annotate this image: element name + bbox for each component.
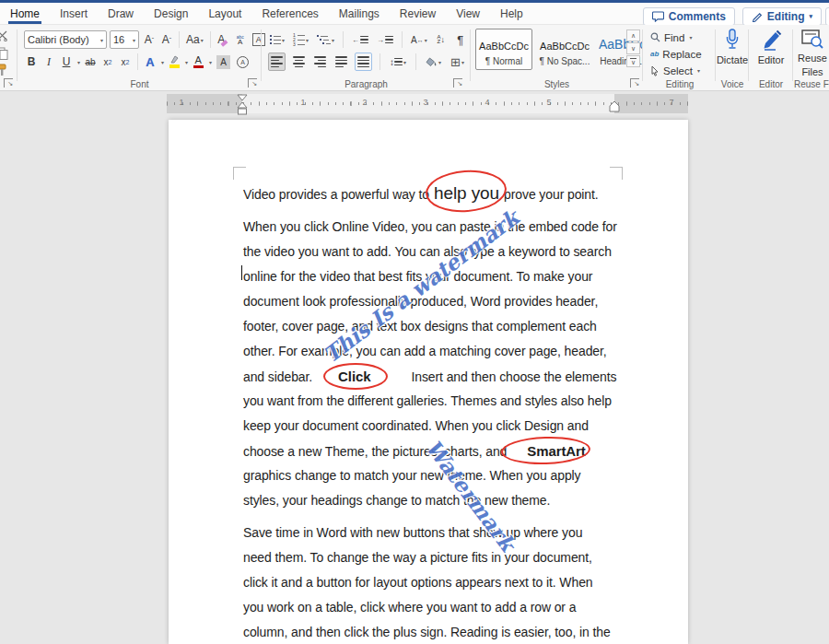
tab-view[interactable]: View	[446, 3, 490, 24]
font-color-bar	[193, 65, 204, 68]
asian-layout-button[interactable]: A↔▾	[409, 30, 429, 49]
editor-group-label: Editor	[750, 79, 792, 89]
replace-button[interactable]: ab Replace	[650, 46, 702, 62]
strikethrough-button[interactable]: ab	[83, 53, 98, 71]
highlight-color-bar	[169, 64, 180, 68]
comments-label: Comments	[669, 10, 726, 23]
tab-draw[interactable]: Draw	[98, 3, 144, 24]
font-group-label: Font	[18, 79, 261, 89]
voice-group: Dictate Voice	[717, 25, 748, 91]
align-right-button[interactable]	[312, 53, 328, 71]
chevron-down-icon: ▾	[332, 37, 334, 43]
tab-references[interactable]: References	[251, 3, 328, 24]
borders-button[interactable]: ⊞▾	[449, 53, 466, 71]
styles-scroll-up-button[interactable]: ∧	[626, 29, 640, 41]
red-circle-annotation-help-you	[425, 168, 508, 215]
find-button[interactable]: Find ▾	[650, 29, 702, 45]
shading-button[interactable]: ▾	[424, 53, 443, 71]
chevron-down-icon: ▾	[306, 37, 309, 43]
show-paragraph-marks-button[interactable]: ¶	[453, 30, 468, 49]
superscript-button[interactable]: x2	[118, 53, 133, 71]
tab-layout[interactable]: Layout	[198, 3, 251, 24]
chevron-down-icon[interactable]: ▾	[77, 59, 80, 65]
select-button[interactable]: Select ▾	[650, 63, 702, 78]
numbered-list-button[interactable]: 123 ▾	[291, 30, 310, 49]
document-page[interactable]: Video provides a powerful way to help yo…	[169, 120, 688, 644]
align-center-button[interactable]	[291, 53, 307, 71]
horizontal-ruler[interactable]: 1 1 2 3 4 5 7	[167, 94, 688, 113]
styles-group-label: Styles	[472, 79, 642, 89]
indent-markers[interactable]	[237, 94, 248, 118]
decrease-indent-button[interactable]: ←	[350, 30, 370, 49]
right-indent-marker[interactable]	[609, 100, 620, 113]
cut-icon[interactable]	[0, 30, 9, 41]
replace-icon: ab	[650, 50, 659, 58]
doc-line: the video you want to add. You can also …	[243, 240, 612, 264]
styles-gallery-more-button[interactable]: ∨	[626, 55, 640, 67]
doc-line: When you click Online Video, you can pas…	[243, 215, 617, 240]
change-case-button[interactable]: Aa▾	[184, 30, 205, 49]
clipboard-group: ↘	[0, 25, 17, 91]
grow-font-button[interactable]: Aˆ	[142, 30, 157, 49]
text-boundary-mark-topleft	[233, 167, 246, 180]
shrink-font-button[interactable]: Aˇ	[159, 30, 174, 49]
text-highlight-button[interactable]	[167, 53, 181, 71]
italic-button[interactable]: I	[41, 53, 56, 71]
group-divider	[748, 29, 749, 81]
chevron-down-icon[interactable]: ▾	[161, 59, 164, 65]
subscript-button[interactable]: x2	[100, 53, 115, 71]
justify-button[interactable]	[333, 53, 349, 71]
distribute-button[interactable]	[355, 53, 372, 71]
divider	[402, 31, 403, 48]
chevron-down-icon[interactable]: ▾	[185, 59, 188, 65]
style-card-normal[interactable]: AaBbCcDc ¶ Normal	[475, 29, 532, 70]
highlighter-pen-icon	[169, 55, 180, 64]
format-painter-icon[interactable]	[0, 64, 8, 76]
bullet-list-button[interactable]: ▾	[268, 30, 286, 49]
increase-indent-button[interactable]: →	[375, 30, 395, 49]
tab-home[interactable]: Home	[0, 3, 50, 24]
phonetic-guide-button[interactable]: abcA	[233, 30, 248, 49]
underline-button[interactable]: U	[59, 53, 74, 71]
font-size-combo[interactable]: 16 ▾	[110, 30, 139, 49]
align-left-button[interactable]	[268, 53, 286, 71]
copy-icon[interactable]	[0, 47, 8, 60]
tab-review[interactable]: Review	[390, 3, 446, 24]
sort-button[interactable]: AZ↓	[434, 30, 449, 49]
character-shading-button[interactable]: A	[215, 53, 232, 71]
editing-mode-button[interactable]: Editing ▾	[742, 7, 822, 26]
chevron-down-icon[interactable]: ▾	[209, 59, 212, 65]
editor-button[interactable]: Editor	[750, 29, 792, 66]
clipboard-dialog-launcher-icon[interactable]: ↘	[4, 78, 13, 88]
comments-button[interactable]: Comments	[643, 7, 735, 26]
line-spacing-button[interactable]: ↕▾	[388, 53, 408, 71]
tab-design[interactable]: Design	[144, 3, 198, 24]
ruler-number: 1	[179, 98, 183, 107]
paint-bucket-icon	[426, 57, 438, 67]
editing-label: Editing	[767, 10, 805, 23]
bold-button[interactable]: B	[24, 53, 39, 71]
editor-pencil-icon	[760, 29, 782, 53]
styles-scroll-down-button[interactable]: ∨	[626, 42, 640, 54]
chevron-down-icon: ▾	[461, 59, 464, 65]
dictate-button[interactable]: Dictate	[717, 29, 748, 66]
tab-help[interactable]: Help	[490, 3, 533, 24]
style-card-no-spacing[interactable]: AaBbCcDc ¶ No Spac...	[536, 29, 593, 70]
reuse-files-button[interactable]: Reuse Files	[794, 29, 829, 78]
paragraph-group-label: Paragraph	[263, 79, 470, 89]
text-effects-button[interactable]: A	[143, 53, 158, 71]
tab-mailings[interactable]: Mailings	[329, 3, 390, 24]
ruler-number: 1	[300, 98, 305, 107]
chevron-down-icon: ▾	[697, 67, 700, 74]
clear-formatting-button[interactable]: A	[216, 30, 230, 49]
enclose-characters-button[interactable]: A	[235, 53, 251, 71]
font-color-button[interactable]: A	[191, 53, 205, 71]
doc-line: Save time in Word with new buttons that …	[243, 521, 582, 545]
multilevel-list-button[interactable]: ▾	[315, 30, 336, 49]
search-icon	[650, 32, 660, 42]
clipped-right-button[interactable]	[825, 7, 829, 26]
font-name-combo[interactable]: Calibri (Body) ▾	[24, 30, 107, 49]
tab-insert[interactable]: Insert	[50, 3, 98, 24]
group-divider	[715, 29, 716, 81]
chevron-down-icon: ▾	[689, 34, 692, 41]
